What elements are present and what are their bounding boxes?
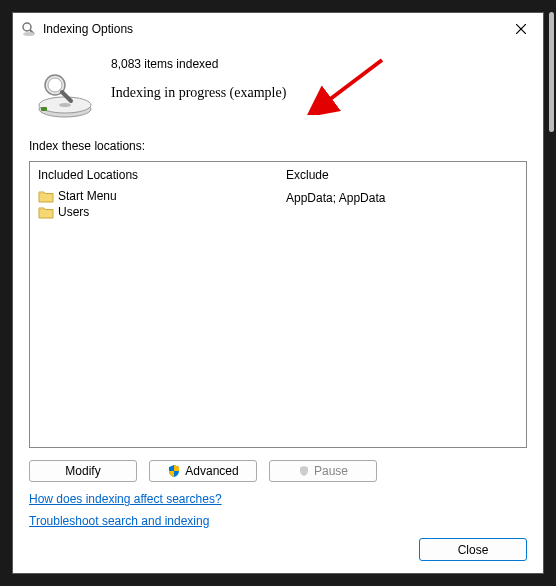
status-text: 8,083 items indexed Indexing in progress… bbox=[111, 53, 286, 101]
location-name: Start Menu bbox=[58, 189, 117, 203]
exclude-column: Exclude AppData; AppData bbox=[278, 162, 526, 447]
pause-icon bbox=[298, 465, 310, 477]
outer-scrollbar[interactable] bbox=[549, 12, 554, 132]
list-item[interactable]: Start Menu bbox=[38, 188, 270, 204]
dialog-content: 8,083 items indexed Indexing in progress… bbox=[13, 45, 543, 573]
shield-icon bbox=[167, 464, 181, 478]
folder-icon bbox=[38, 189, 54, 203]
close-icon[interactable] bbox=[507, 17, 535, 41]
annotation-arrow-icon bbox=[307, 55, 387, 115]
indexing-options-dialog: Indexing Options 8,08 bbox=[12, 12, 544, 574]
indexing-title-icon bbox=[21, 21, 37, 37]
indexing-progress-label: Indexing in progress (example) bbox=[111, 85, 286, 101]
index-locations-label: Index these locations: bbox=[29, 139, 527, 153]
pause-button: Pause bbox=[269, 460, 377, 482]
titlebar: Indexing Options bbox=[13, 13, 543, 45]
exclude-header: Exclude bbox=[286, 166, 518, 188]
help-links: How does indexing affect searches? Troub… bbox=[29, 492, 527, 528]
svg-rect-8 bbox=[41, 107, 47, 111]
svg-point-10 bbox=[48, 78, 62, 92]
list-item[interactable]: Users bbox=[38, 204, 270, 220]
drive-search-icon bbox=[37, 71, 93, 119]
close-button[interactable]: Close bbox=[419, 538, 527, 561]
modify-button[interactable]: Modify bbox=[29, 460, 137, 482]
svg-point-7 bbox=[59, 103, 71, 107]
troubleshoot-link[interactable]: Troubleshoot search and indexing bbox=[29, 514, 209, 528]
indexing-affect-link[interactable]: How does indexing affect searches? bbox=[29, 492, 222, 506]
items-indexed-count: 8,083 items indexed bbox=[111, 57, 286, 71]
dialog-footer: Close bbox=[29, 538, 527, 561]
location-name: Users bbox=[58, 205, 89, 219]
action-buttons: Modify Advanced Pause bbox=[29, 460, 527, 482]
svg-point-0 bbox=[23, 23, 31, 31]
locations-panel: Included Locations Start Menu Users bbox=[29, 161, 527, 448]
included-header: Included Locations bbox=[38, 166, 270, 188]
svg-line-13 bbox=[325, 60, 382, 103]
svg-point-2 bbox=[23, 32, 35, 36]
exclude-value: AppData; AppData bbox=[286, 190, 518, 206]
window-title: Indexing Options bbox=[43, 22, 133, 36]
advanced-button[interactable]: Advanced bbox=[149, 460, 257, 482]
folder-icon bbox=[38, 205, 54, 219]
status-area: 8,083 items indexed Indexing in progress… bbox=[29, 45, 527, 139]
included-locations-column: Included Locations Start Menu Users bbox=[30, 162, 278, 447]
